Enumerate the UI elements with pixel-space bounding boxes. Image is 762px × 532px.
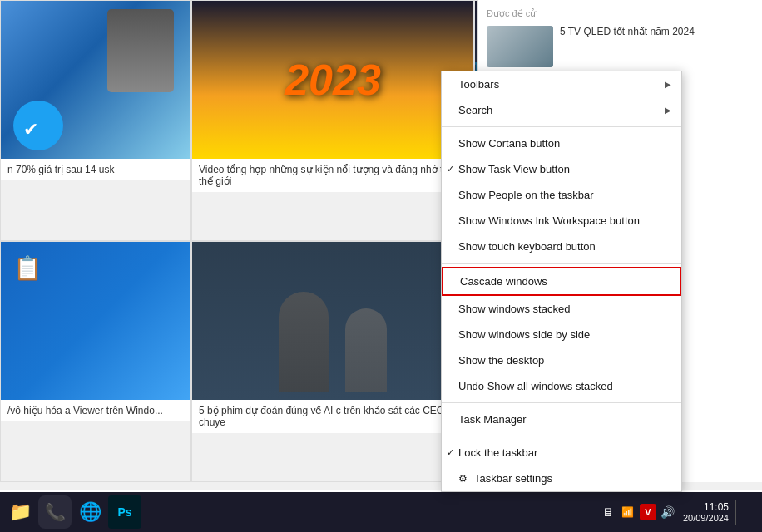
- menu-item-show-desktop[interactable]: Show the desktop: [442, 347, 681, 373]
- menu-item-label-show-desktop: Show the desktop: [458, 354, 544, 367]
- menu-item-show-touch[interactable]: Show touch keyboard button: [442, 234, 681, 259]
- tray-volume-icon[interactable]: 🔊: [660, 504, 676, 520]
- menu-item-label-taskbar-settings: Taskbar settings: [474, 472, 552, 485]
- menu-item-label-show-people: Show People on the taskbar: [458, 189, 594, 201]
- menu-separator: [442, 126, 681, 127]
- menu-item-label-toolbars: Toolbars: [458, 78, 499, 91]
- featured-item: 5 TV QLED tốt nhất năm 2024: [487, 26, 754, 67]
- clock-time: 11:05: [704, 501, 729, 513]
- menu-item-show-ink[interactable]: Show Windows Ink Workspace button: [442, 208, 681, 234]
- clock-area[interactable]: 11:05 20/09/2024: [683, 501, 729, 523]
- tray-vpn-icon[interactable]: V: [640, 504, 656, 520]
- taskbar-tray: 🖥 📶 V 🔊 11:05 20/09/2024: [600, 500, 759, 525]
- menu-item-show-cortana[interactable]: Show Cortana button: [442, 131, 681, 156]
- menu-item-toolbars[interactable]: Toolbars: [442, 71, 681, 97]
- gear-icon: ⚙: [458, 473, 468, 485]
- news-card-4: 📋 /vô hiệu hóa a Viewer trên Windo...: [0, 241, 191, 482]
- taskbar-icon-chrome[interactable]: 🌐: [73, 495, 106, 529]
- news-card-1: ✔ n 70% giá trị sau 14 usk: [0, 0, 191, 241]
- menu-item-cascade[interactable]: Cascade windows: [442, 267, 681, 296]
- news-card-2: 2023 Video tổng hợp những sự kiện nổi tư…: [191, 0, 474, 241]
- menu-item-label-show-touch: Show touch keyboard button: [458, 240, 596, 253]
- menu-item-label-show-stacked: Show windows stacked: [458, 303, 570, 315]
- menu-item-label-show-task-view: Show Task View button: [458, 163, 570, 175]
- menu-item-label-undo-stacked: Undo Show all windows stacked: [458, 380, 613, 392]
- menu-item-label-show-ink: Show Windows Ink Workspace button: [458, 214, 640, 227]
- menu-item-label-show-side: Show windows side by side: [458, 328, 590, 341]
- news-card-5-text: 5 bộ phim dự đoán đúng về AI c trên khảo…: [199, 405, 458, 428]
- menu-item-label-show-cortana: Show Cortana button: [458, 137, 560, 150]
- news-card-1-text: n 70% giá trị sau 14 usk: [7, 164, 114, 175]
- taskbar: 📁 📞 🌐 Ps 🖥 📶 V 🔊 11:05 20/09/2024: [0, 492, 762, 532]
- news-card-2-text: Video tổng hợp những sự kiện nổi tượng v…: [199, 164, 458, 187]
- menu-separator: [442, 402, 681, 403]
- menu-item-label-lock-taskbar: Lock the taskbar: [458, 446, 537, 459]
- menu-item-label-task-manager: Task Manager: [458, 413, 527, 426]
- tray-network-icon[interactable]: 🖥: [600, 504, 616, 520]
- taskbar-icon-file-explorer[interactable]: 📁: [3, 495, 37, 529]
- menu-separator: [442, 436, 681, 436]
- menu-item-show-side[interactable]: Show windows side by side: [442, 322, 681, 347]
- menu-item-lock-taskbar[interactable]: ✓Lock the taskbar: [442, 440, 681, 466]
- menu-item-show-stacked[interactable]: Show windows stacked: [442, 296, 681, 322]
- show-desktop-button[interactable]: [735, 500, 752, 525]
- context-menu: ToolbarsSearchShow Cortana button✓Show T…: [441, 71, 682, 492]
- news-grid: ✔ n 70% giá trị sau 14 usk 2023 Video tổ…: [0, 0, 478, 482]
- menu-item-undo-stacked[interactable]: Undo Show all windows stacked: [442, 373, 681, 399]
- taskbar-icon-viber[interactable]: 📞: [38, 495, 72, 529]
- menu-item-label-search: Search: [458, 104, 492, 116]
- menu-separator: [442, 263, 681, 264]
- taskbar-icon-photoshop[interactable]: Ps: [108, 495, 141, 529]
- menu-item-taskbar-settings[interactable]: ⚙Taskbar settings: [442, 466, 681, 491]
- news-card-4-text: /vô hiệu hóa a Viewer trên Windo...: [7, 405, 163, 416]
- tray-wifi-icon[interactable]: 📶: [620, 504, 636, 520]
- menu-item-search[interactable]: Search: [442, 97, 681, 123]
- featured-title-text: 5 TV QLED tốt nhất năm 2024: [560, 26, 695, 67]
- menu-item-task-manager[interactable]: Task Manager: [442, 406, 681, 432]
- menu-item-show-people[interactable]: Show People on the taskbar: [442, 182, 681, 208]
- clock-date: 20/09/2024: [683, 513, 729, 523]
- section-title: Được đề cử: [487, 8, 754, 19]
- menu-item-show-task-view[interactable]: ✓Show Task View button: [442, 156, 681, 182]
- news-card-5: 5 bộ phim dự đoán đúng về AI c trên khảo…: [191, 241, 474, 482]
- menu-item-label-cascade: Cascade windows: [460, 275, 547, 288]
